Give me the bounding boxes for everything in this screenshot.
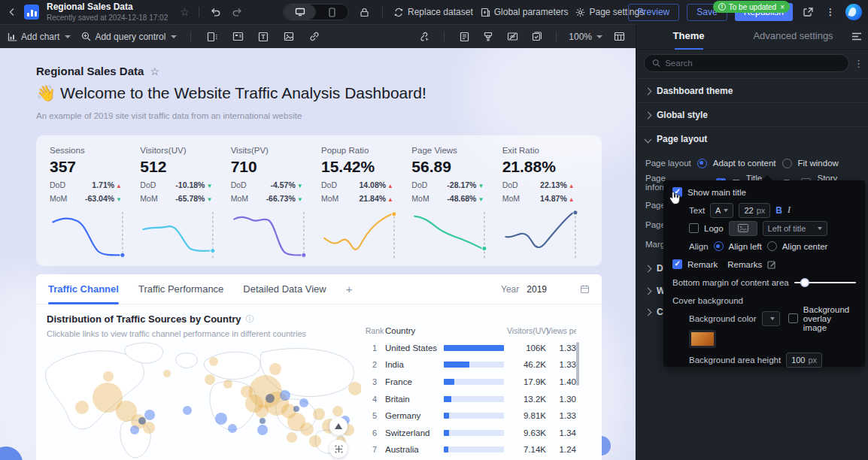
tab-theme[interactable]: Theme bbox=[636, 24, 741, 50]
add-chart-button[interactable]: Add chart bbox=[8, 32, 71, 42]
world-map[interactable] bbox=[36, 339, 361, 460]
radio-fit-window[interactable] bbox=[782, 159, 792, 168]
share-export-icon[interactable] bbox=[800, 5, 815, 20]
title-star-icon[interactable]: ☆ bbox=[150, 65, 159, 77]
kpi-value: 357 bbox=[50, 158, 138, 176]
title-area-settings-popup: Show main title Text A 22px B I Logo Lef… bbox=[663, 180, 865, 367]
kpi-card[interactable]: Visitors(UV) 512 DoD-10.18%▼ MoM-65.78%▼ bbox=[138, 146, 229, 266]
notes-icon[interactable] bbox=[457, 29, 472, 44]
zoom-control[interactable]: 100% bbox=[569, 32, 602, 42]
country-table: Rank Country Visitors(UV) Views per capi… bbox=[364, 322, 582, 458]
welcome-heading: 👋 Welcome to the Website Traffic Analysi… bbox=[36, 84, 426, 102]
tab-detailed-data-view[interactable]: Detailed Data View bbox=[243, 274, 326, 304]
logo-position-select[interactable]: Left of title bbox=[763, 221, 827, 236]
link-widget-icon[interactable] bbox=[307, 29, 322, 44]
background-image-thumbnail[interactable] bbox=[689, 330, 716, 348]
preview-button[interactable]: Preview bbox=[628, 4, 680, 21]
dashboard-canvas: Regional Sales Data ☆ 👋 Welcome to the W… bbox=[0, 48, 636, 460]
kpi-card[interactable]: Popup Ratio 15.42% DoD14.08%▲ MoM21.84%▲ bbox=[320, 146, 410, 266]
add-query-control-button[interactable]: Add query control bbox=[81, 32, 177, 42]
tab-traffic-channel[interactable]: Traffic Channel bbox=[48, 274, 119, 304]
bold-button[interactable]: B bbox=[775, 205, 782, 216]
user-avatar[interactable] bbox=[845, 4, 862, 20]
layout-block-icon[interactable] bbox=[230, 29, 245, 44]
chart-subtitle: Clickable links to view traffic channel … bbox=[47, 329, 306, 338]
kpi-card[interactable]: Exit Ratio 21.88% DoD22.13%▲ MoM14.87%▲ bbox=[501, 146, 591, 266]
kpi-sparkline bbox=[50, 207, 138, 266]
search-box[interactable] bbox=[644, 54, 849, 72]
hide-widget-icon[interactable] bbox=[505, 29, 520, 44]
group-widgets-icon[interactable] bbox=[205, 29, 220, 44]
align-left-radio[interactable] bbox=[714, 241, 724, 251]
kpi-label: Exit Ratio bbox=[502, 146, 591, 155]
table-row[interactable]: 3 France 17.9K 1.40 bbox=[364, 374, 582, 391]
table-row[interactable]: 1 United States 106K 1.33 bbox=[364, 340, 582, 357]
table-row[interactable]: 5 Germany 9.81K 1.33 bbox=[364, 407, 582, 425]
table-row[interactable]: 6 Switzerland 9.63K 1.34 bbox=[364, 425, 582, 442]
align-center-radio[interactable] bbox=[767, 241, 777, 251]
desktop-view-icon[interactable] bbox=[284, 5, 316, 20]
table-row[interactable]: 2 India 46.2K 1.33 bbox=[364, 356, 582, 374]
redo-icon[interactable] bbox=[229, 5, 244, 20]
kpi-card[interactable]: Visits(PV) 710 DoD-4.57%▼ MoM-66.73%▼ bbox=[229, 146, 320, 266]
remark-checkbox[interactable] bbox=[672, 259, 682, 269]
info-icon[interactable]: ⓘ bbox=[246, 313, 254, 325]
add-tab-button[interactable]: + bbox=[346, 283, 353, 295]
calendar-icon[interactable] bbox=[580, 284, 590, 294]
more-kebab-icon[interactable]: ⋮ bbox=[823, 5, 838, 20]
tab-traffic-performance[interactable]: Traffic Performance bbox=[138, 274, 223, 304]
link-cursor-icon[interactable] bbox=[417, 29, 432, 44]
table-row[interactable]: 7 Australia 7.14K 1.24 bbox=[364, 441, 582, 458]
panel-collapse-icon[interactable] bbox=[845, 32, 868, 41]
decor-blob bbox=[0, 446, 23, 460]
lock-icon[interactable] bbox=[357, 5, 372, 20]
back-icon[interactable] bbox=[6, 6, 18, 18]
kpi-sparkline bbox=[411, 207, 500, 266]
remark-edit-icon[interactable] bbox=[767, 260, 776, 269]
background-color-select[interactable] bbox=[762, 311, 780, 326]
kpi-label: Visits(PV) bbox=[231, 146, 320, 155]
image-widget-icon[interactable] bbox=[281, 29, 296, 44]
section-page-layout[interactable]: Page layout bbox=[636, 129, 868, 149]
device-toggle[interactable] bbox=[283, 4, 349, 20]
year-filter-label: Year bbox=[501, 284, 519, 295]
search-input[interactable] bbox=[665, 59, 841, 68]
mobile-view-icon[interactable] bbox=[316, 5, 348, 20]
font-size-input[interactable]: 22px bbox=[739, 203, 770, 218]
format-brush-icon[interactable] bbox=[481, 29, 496, 44]
grid-table-icon[interactable] bbox=[612, 29, 627, 44]
map-chart-widget[interactable]: Distribution of Traffic Sources by Count… bbox=[36, 304, 602, 460]
badge-close-icon[interactable]: × bbox=[780, 3, 785, 11]
global-parameters-button[interactable]: Global parameters bbox=[481, 7, 569, 17]
zoom-value: 100% bbox=[569, 32, 592, 42]
section-dashboard-theme[interactable]: Dashboard theme bbox=[636, 81, 868, 101]
table-row[interactable]: 4 Britain 13.2K 1.30 bbox=[364, 390, 582, 407]
replace-dataset-icon bbox=[393, 8, 404, 17]
app-logo bbox=[24, 5, 39, 20]
show-main-title-checkbox[interactable] bbox=[672, 187, 682, 197]
logo-image-button[interactable] bbox=[729, 221, 757, 236]
search-kebab-icon[interactable]: ⋮ bbox=[854, 58, 861, 69]
radio-adapt-to-content[interactable] bbox=[697, 159, 707, 168]
table-scrollbar[interactable] bbox=[576, 342, 579, 386]
map-zoom-button[interactable] bbox=[329, 417, 348, 435]
logo-checkbox[interactable] bbox=[689, 223, 699, 233]
font-color-select[interactable]: A bbox=[710, 203, 733, 218]
favorite-star-icon[interactable]: ☆ bbox=[180, 6, 190, 18]
kpi-card[interactable]: Page Views 56.89 DoD-28.17%▼ MoM-48.68%▼ bbox=[410, 146, 500, 266]
kpi-card[interactable]: Sessions 357 DoD1.71%▲ MoM-63.04%▼ bbox=[48, 146, 138, 266]
bottom-margin-slider[interactable] bbox=[794, 278, 856, 287]
kpi-value: 512 bbox=[140, 158, 229, 176]
background-overlay-checkbox[interactable] bbox=[788, 313, 798, 323]
map-reset-button[interactable] bbox=[329, 440, 348, 458]
tab-advanced-settings[interactable]: Advanced settings bbox=[741, 24, 845, 50]
text-widget-icon[interactable] bbox=[256, 29, 271, 44]
undo-icon[interactable] bbox=[208, 5, 223, 20]
section-global-style[interactable]: Global style bbox=[636, 105, 868, 125]
batch-select-icon[interactable] bbox=[529, 29, 544, 44]
background-height-input[interactable]: 100px bbox=[786, 353, 822, 368]
kpi-sparkline bbox=[140, 207, 229, 266]
replace-dataset-button[interactable]: Replace dataset bbox=[393, 7, 473, 17]
year-filter-value[interactable]: 2019 bbox=[527, 284, 547, 295]
italic-button[interactable]: I bbox=[788, 204, 791, 216]
